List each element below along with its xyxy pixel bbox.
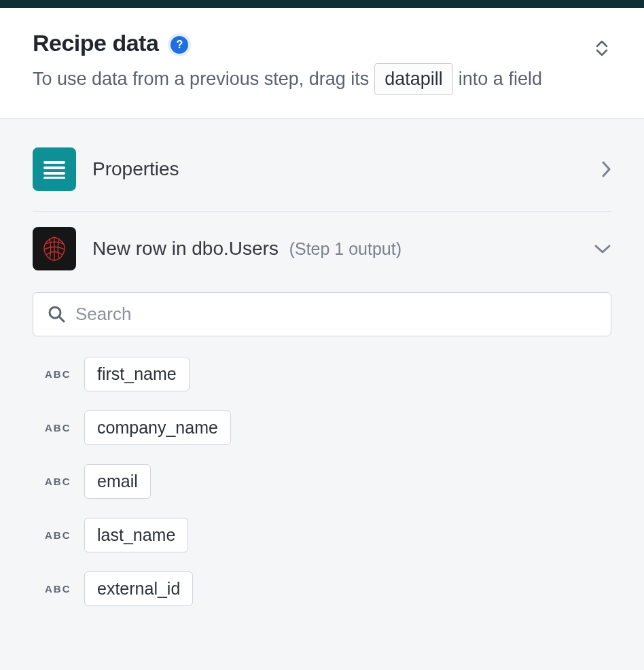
properties-icon — [33, 147, 76, 191]
search-input[interactable] — [75, 304, 597, 325]
subtitle-post: into a field — [459, 65, 542, 93]
svg-line-5 — [59, 317, 64, 321]
panel-title: Recipe data — [33, 30, 158, 56]
step-title: New row in dbo.Users — [92, 238, 279, 259]
chevron-down-icon — [594, 243, 611, 254]
datapill-type-tag: ABC — [45, 583, 73, 595]
datapill-list: ABCfirst_nameABCcompany_nameABCemailABCl… — [33, 357, 611, 606]
search-icon — [47, 304, 66, 323]
step-output-body: ABCfirst_nameABCcompany_nameABCemailABCl… — [33, 277, 611, 606]
section-step-output[interactable]: New row in dbo.Users (Step 1 output) — [33, 220, 611, 277]
chevron-right-icon — [601, 160, 611, 178]
section-step-label: New row in dbo.Users (Step 1 output) — [92, 238, 577, 260]
content-area: Properties New row in dbo.Users ( — [0, 119, 644, 632]
step-meta: (Step 1 output) — [289, 239, 401, 258]
datapill[interactable]: first_name — [84, 357, 190, 391]
datapill[interactable]: email — [84, 464, 151, 499]
datapill-row: ABClast_name — [33, 518, 611, 552]
datapill-row: ABCemail — [33, 464, 611, 499]
expand-collapse-icon[interactable] — [592, 37, 611, 60]
datapill-row: ABCcompany_name — [33, 410, 611, 445]
datapill-type-tag: ABC — [45, 422, 73, 434]
datapill[interactable]: last_name — [84, 518, 188, 552]
search-box[interactable] — [33, 292, 611, 336]
datapill-type-tag: ABC — [45, 476, 73, 487]
datapill-row: ABCexternal_id — [33, 571, 611, 606]
help-icon[interactable]: ? — [171, 36, 188, 54]
top-accent-bar — [0, 0, 644, 8]
subtitle-pre: To use data from a previous step, drag i… — [33, 65, 369, 93]
panel-header: Recipe data ? To use data from a previou… — [0, 8, 644, 119]
sql-server-icon — [33, 227, 76, 270]
datapill-row: ABCfirst_name — [33, 357, 611, 391]
datapill[interactable]: company_name — [84, 410, 231, 445]
datapill-type-tag: ABC — [45, 368, 73, 380]
datapill-chip: datapill — [374, 63, 453, 95]
section-properties-label: Properties — [92, 158, 584, 180]
datapill-type-tag: ABC — [45, 529, 73, 541]
datapill[interactable]: external_id — [84, 571, 193, 606]
divider — [33, 211, 611, 212]
panel-subtitle: To use data from a previous step, drag i… — [33, 63, 611, 95]
section-properties[interactable]: Properties — [33, 141, 611, 211]
